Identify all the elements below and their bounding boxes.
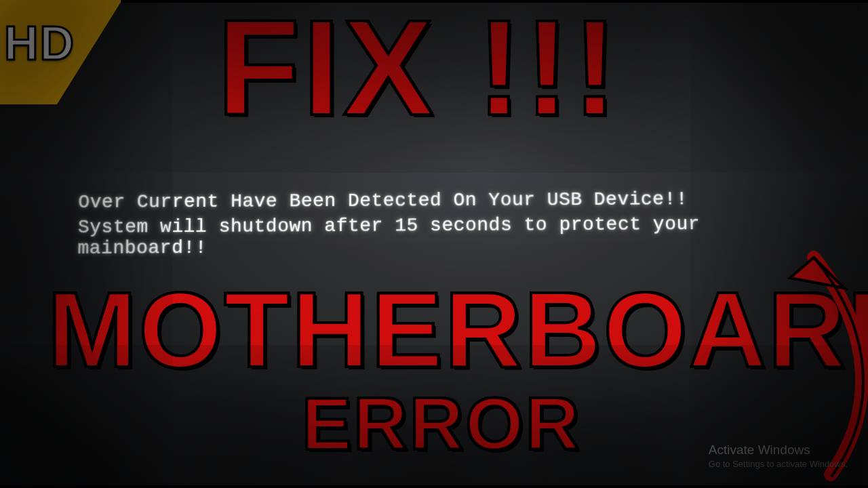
hd-badge-text: HD (4, 16, 75, 70)
bios-line-2: System will shutdown after 15 seconds to… (77, 213, 825, 259)
title-error: ERROR (302, 390, 581, 457)
watermark-title: Activate Windows (709, 443, 848, 458)
activate-windows-watermark: Activate Windows Go to Settings to activ… (709, 443, 848, 469)
bios-line-1: Over Current Have Been Detected On Your … (78, 188, 823, 213)
watermark-subtitle: Go to Settings to activate Windows. (709, 459, 848, 469)
title-fix: FIX !!! (217, 7, 620, 129)
letterbox-bottom (0, 485, 868, 488)
bios-error-text: Over Current Have Been Detected On Your … (77, 188, 825, 259)
title-motherboard: MOTHERBOARD (47, 281, 868, 378)
thumbnail-stage: HD FIX !!! Over Current Have Been Detect… (0, 0, 868, 488)
hd-badge: HD (0, 0, 121, 104)
